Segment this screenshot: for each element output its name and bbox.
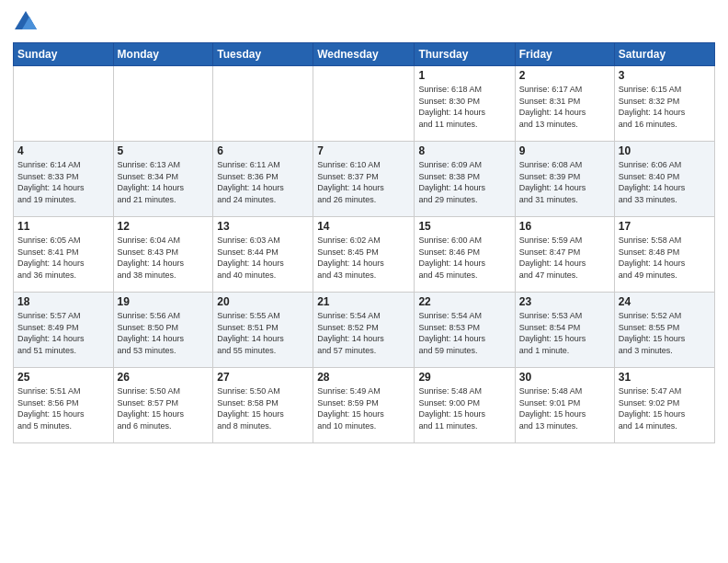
day-info: Sunrise: 6:04 AM Sunset: 8:43 PM Dayligh… — [118, 235, 210, 281]
day-info: Sunrise: 6:17 AM Sunset: 8:31 PM Dayligh… — [519, 84, 610, 130]
day-number: 12 — [118, 220, 210, 233]
day-cell: 5Sunrise: 6:13 AM Sunset: 8:34 PM Daylig… — [113, 142, 213, 217]
day-cell: 10Sunrise: 6:06 AM Sunset: 8:40 PM Dayli… — [614, 142, 714, 217]
week-row-3: 11Sunrise: 6:05 AM Sunset: 8:41 PM Dayli… — [14, 217, 715, 293]
day-info: Sunrise: 6:15 AM Sunset: 8:32 PM Dayligh… — [619, 84, 711, 130]
day-info: Sunrise: 6:10 AM Sunset: 8:37 PM Dayligh… — [317, 159, 410, 205]
day-info: Sunrise: 5:50 AM Sunset: 8:58 PM Dayligh… — [217, 385, 309, 431]
day-number: 28 — [317, 371, 410, 384]
day-number: 10 — [619, 144, 711, 157]
day-cell: 13Sunrise: 6:03 AM Sunset: 8:44 PM Dayli… — [213, 217, 313, 293]
day-info: Sunrise: 6:09 AM Sunset: 8:38 PM Dayligh… — [418, 159, 510, 205]
weekday-header-monday: Monday — [113, 43, 213, 66]
calendar: SundayMondayTuesdayWednesdayThursdayFrid… — [13, 42, 715, 443]
day-number: 20 — [217, 295, 309, 308]
day-cell: 24Sunrise: 5:52 AM Sunset: 8:55 PM Dayli… — [614, 293, 714, 368]
day-number: 16 — [519, 220, 610, 233]
day-number: 5 — [118, 144, 210, 157]
day-number: 24 — [619, 295, 711, 308]
day-cell: 1Sunrise: 6:18 AM Sunset: 8:30 PM Daylig… — [415, 66, 515, 142]
weekday-header-thursday: Thursday — [415, 43, 515, 66]
day-cell: 27Sunrise: 5:50 AM Sunset: 8:58 PM Dayli… — [213, 368, 313, 443]
day-info: Sunrise: 5:47 AM Sunset: 9:02 PM Dayligh… — [619, 385, 711, 431]
day-info: Sunrise: 6:11 AM Sunset: 8:36 PM Dayligh… — [217, 159, 309, 205]
day-cell: 18Sunrise: 5:57 AM Sunset: 8:49 PM Dayli… — [14, 293, 114, 368]
weekday-header-wednesday: Wednesday — [313, 43, 415, 66]
day-info: Sunrise: 5:50 AM Sunset: 8:57 PM Dayligh… — [118, 385, 210, 431]
day-info: Sunrise: 5:57 AM Sunset: 8:49 PM Dayligh… — [17, 310, 109, 356]
day-info: Sunrise: 6:02 AM Sunset: 8:45 PM Dayligh… — [317, 235, 410, 281]
day-number: 26 — [118, 371, 210, 384]
day-number: 8 — [418, 144, 510, 157]
day-info: Sunrise: 5:48 AM Sunset: 9:01 PM Dayligh… — [519, 385, 610, 431]
day-number: 1 — [418, 69, 510, 82]
day-number: 22 — [418, 295, 510, 308]
weekday-header-saturday: Saturday — [614, 43, 714, 66]
week-row-5: 25Sunrise: 5:51 AM Sunset: 8:56 PM Dayli… — [14, 368, 715, 443]
day-cell: 3Sunrise: 6:15 AM Sunset: 8:32 PM Daylig… — [614, 66, 714, 142]
header — [13, 9, 715, 35]
day-cell: 2Sunrise: 6:17 AM Sunset: 8:31 PM Daylig… — [515, 66, 614, 142]
day-info: Sunrise: 5:54 AM Sunset: 8:52 PM Dayligh… — [317, 310, 410, 356]
day-cell: 9Sunrise: 6:08 AM Sunset: 8:39 PM Daylig… — [515, 142, 614, 217]
day-info: Sunrise: 6:18 AM Sunset: 8:30 PM Dayligh… — [418, 84, 510, 130]
day-cell: 31Sunrise: 5:47 AM Sunset: 9:02 PM Dayli… — [614, 368, 714, 443]
day-info: Sunrise: 5:52 AM Sunset: 8:55 PM Dayligh… — [619, 310, 711, 356]
week-row-4: 18Sunrise: 5:57 AM Sunset: 8:49 PM Dayli… — [14, 293, 715, 368]
weekday-header-friday: Friday — [515, 43, 614, 66]
day-cell: 8Sunrise: 6:09 AM Sunset: 8:38 PM Daylig… — [415, 142, 515, 217]
page: SundayMondayTuesdayWednesdayThursdayFrid… — [0, 0, 728, 563]
day-number: 7 — [317, 144, 410, 157]
day-number: 30 — [519, 371, 610, 384]
day-cell: 7Sunrise: 6:10 AM Sunset: 8:37 PM Daylig… — [313, 142, 415, 217]
day-cell — [313, 66, 415, 142]
weekday-header-row: SundayMondayTuesdayWednesdayThursdayFrid… — [14, 43, 715, 66]
day-cell: 14Sunrise: 6:02 AM Sunset: 8:45 PM Dayli… — [313, 217, 415, 293]
day-cell: 4Sunrise: 6:14 AM Sunset: 8:33 PM Daylig… — [14, 142, 114, 217]
day-cell: 11Sunrise: 6:05 AM Sunset: 8:41 PM Dayli… — [14, 217, 114, 293]
day-cell: 22Sunrise: 5:54 AM Sunset: 8:53 PM Dayli… — [415, 293, 515, 368]
day-cell: 29Sunrise: 5:48 AM Sunset: 9:00 PM Dayli… — [415, 368, 515, 443]
day-cell: 28Sunrise: 5:49 AM Sunset: 8:59 PM Dayli… — [313, 368, 415, 443]
day-number: 11 — [17, 220, 109, 233]
day-cell: 25Sunrise: 5:51 AM Sunset: 8:56 PM Dayli… — [14, 368, 114, 443]
day-info: Sunrise: 5:56 AM Sunset: 8:50 PM Dayligh… — [118, 310, 210, 356]
day-cell: 17Sunrise: 5:58 AM Sunset: 8:48 PM Dayli… — [614, 217, 714, 293]
day-info: Sunrise: 5:55 AM Sunset: 8:51 PM Dayligh… — [217, 310, 309, 356]
day-cell: 30Sunrise: 5:48 AM Sunset: 9:01 PM Dayli… — [515, 368, 614, 443]
day-number: 15 — [418, 220, 510, 233]
day-number: 23 — [519, 295, 610, 308]
day-number: 2 — [519, 69, 610, 82]
day-number: 21 — [317, 295, 410, 308]
day-info: Sunrise: 6:13 AM Sunset: 8:34 PM Dayligh… — [118, 159, 210, 205]
weekday-header-tuesday: Tuesday — [213, 43, 313, 66]
day-cell: 21Sunrise: 5:54 AM Sunset: 8:52 PM Dayli… — [313, 293, 415, 368]
day-info: Sunrise: 5:51 AM Sunset: 8:56 PM Dayligh… — [17, 385, 109, 431]
day-number: 6 — [217, 144, 309, 157]
logo — [13, 9, 42, 35]
day-number: 31 — [619, 371, 711, 384]
logo-icon — [13, 9, 39, 35]
day-cell — [113, 66, 213, 142]
day-info: Sunrise: 5:53 AM Sunset: 8:54 PM Dayligh… — [519, 310, 610, 356]
week-row-1: 1Sunrise: 6:18 AM Sunset: 8:30 PM Daylig… — [14, 66, 715, 142]
week-row-2: 4Sunrise: 6:14 AM Sunset: 8:33 PM Daylig… — [14, 142, 715, 217]
day-cell: 23Sunrise: 5:53 AM Sunset: 8:54 PM Dayli… — [515, 293, 614, 368]
day-info: Sunrise: 5:58 AM Sunset: 8:48 PM Dayligh… — [619, 235, 711, 281]
day-cell: 15Sunrise: 6:00 AM Sunset: 8:46 PM Dayli… — [415, 217, 515, 293]
day-number: 14 — [317, 220, 410, 233]
day-info: Sunrise: 5:59 AM Sunset: 8:47 PM Dayligh… — [519, 235, 610, 281]
day-cell: 20Sunrise: 5:55 AM Sunset: 8:51 PM Dayli… — [213, 293, 313, 368]
day-cell: 26Sunrise: 5:50 AM Sunset: 8:57 PM Dayli… — [113, 368, 213, 443]
day-number: 4 — [17, 144, 109, 157]
day-number: 25 — [17, 371, 109, 384]
day-info: Sunrise: 5:54 AM Sunset: 8:53 PM Dayligh… — [418, 310, 510, 356]
day-cell: 12Sunrise: 6:04 AM Sunset: 8:43 PM Dayli… — [113, 217, 213, 293]
day-number: 17 — [619, 220, 711, 233]
day-cell — [14, 66, 114, 142]
day-info: Sunrise: 6:03 AM Sunset: 8:44 PM Dayligh… — [217, 235, 309, 281]
day-number: 27 — [217, 371, 309, 384]
day-number: 13 — [217, 220, 309, 233]
day-cell: 16Sunrise: 5:59 AM Sunset: 8:47 PM Dayli… — [515, 217, 614, 293]
day-cell — [213, 66, 313, 142]
